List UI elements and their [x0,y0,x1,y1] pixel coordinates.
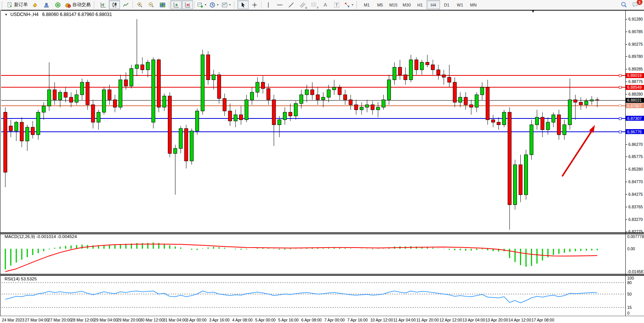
periods-button[interactable]: ▾ [208,0,220,9]
cursor-arrow-icon [240,2,246,8]
time-axis-label: 5 Apr 00:00 [255,318,276,322]
collapse-arrow-icon[interactable]: ▼ [5,13,8,16]
new-order-button[interactable]: 新订单 [5,0,29,9]
time-axis-label: 31 Mar 04:00 [163,318,187,322]
timeframe-group: M1M5M15M30H1H4D1W1MN [360,0,480,9]
zoom-out-button[interactable] [145,0,156,9]
time-axis-label: 4 Apr 08:00 [232,318,253,322]
chart-shift-button[interactable] [182,0,193,9]
search-icon [621,2,627,8]
last-bar-marker-icon[interactable]: ▼ [531,10,535,13]
fibo-sub-label: F [317,6,319,9]
time-axis-label: 11 Apr 20:00 [416,318,439,322]
time-axis-label: 29 Mar 20:00 [117,318,141,322]
zoom-in-button[interactable] [134,0,145,9]
price-tick: 6.85280 [626,167,643,171]
indicators-button[interactable]: ▾ [196,0,207,9]
toolbar-grip[interactable] [2,2,4,8]
macd-axis-label: 0.007778 [627,234,644,239]
time-axis[interactable]: 24 Mar 202327 Mar 04:0027 Mar 20:0028 Ma… [0,316,644,323]
toolbar-separator [169,1,169,8]
fibonacci-button[interactable]: F [308,0,319,9]
macd-panel-separator[interactable] [0,232,644,234]
axis-tick-mark [626,232,627,232]
price-tick-label: 6.91280 [628,17,643,21]
price-tick-label: 6.88280 [628,92,643,96]
axis-tick-mark [626,194,627,195]
timeframe-m5-button[interactable]: M5 [373,0,387,9]
main-chart-region[interactable] [1,11,625,232]
zoom-out-icon [148,2,154,8]
axis-tick-mark [626,32,627,32]
trendline-button[interactable] [285,0,296,9]
tile-windows-icon [159,2,166,8]
candlestick-chart-icon [111,2,118,8]
rsi-axis-label: 15 [627,305,632,310]
metaeditor-icon [32,2,38,8]
axis-tick-mark [626,169,627,169]
price-tick-label: 6.86270 [628,142,643,147]
line-chart-button[interactable] [120,0,131,9]
candlestick-chart-button[interactable] [109,0,120,9]
periods-clock-icon [209,2,215,8]
autoscroll-button[interactable] [171,0,182,9]
toolbar-grip[interactable] [234,2,236,8]
axis-tick-mark [626,56,627,57]
line-chart-icon [123,2,129,8]
templates-button[interactable]: ▾ [220,0,232,9]
toolbar-grip[interactable] [94,2,96,8]
toolbar-grip[interactable] [356,2,359,8]
search-button[interactable] [618,0,630,9]
time-axis-label: 29 Mar 04:00 [94,318,118,322]
horizontal-line-button[interactable] [274,0,285,9]
tile-windows-button[interactable] [157,0,168,9]
equidistant-channel-icon [299,2,306,8]
timeframe-m30-button[interactable]: M30 [400,0,413,9]
dropdown-arrow-icon: ▾ [352,3,353,6]
vertical-line-button[interactable] [263,0,274,9]
price-tick: 6.85775 [626,154,643,159]
support-price-badge: 6.87307 [626,116,644,121]
macd-indicator-label: MACD(12,26,9) -0.001014 -0.004524 [5,234,77,239]
price-tick-label: 6.90275 [628,42,643,46]
time-axis-label: 13 Apr 20:00 [486,318,509,322]
time-axis-label: 3 Apr 16:00 [209,318,230,322]
mql5-community-button[interactable] [41,0,52,9]
price-tick-label: 6.84770 [628,179,643,184]
time-axis-label: 7 Apr 00:00 [324,318,345,322]
timeframe-w1-button[interactable]: W1 [453,0,467,9]
price-tick-label: 6.83765 [628,205,643,209]
axis-tick-mark [626,69,627,69]
timeframe-d1-button[interactable]: D1 [440,0,453,9]
bar-chart-button[interactable] [97,0,108,9]
notifications-button[interactable]: 1 [630,0,641,9]
bar-chart-icon [100,2,106,8]
text-button[interactable]: A [320,0,331,9]
crosshair-icon [251,2,258,8]
timeframe-m1-button[interactable]: M1 [360,0,373,9]
timeframe-h4-button[interactable]: H4 [427,0,440,9]
price-tick: 6.90785 [626,29,643,34]
cursor-button[interactable] [238,0,249,9]
signals-button[interactable] [52,0,63,9]
rsi-axis-label: 80 [627,280,632,285]
autotrading-button[interactable]: 自动交易 [64,0,92,9]
equidistant-channel-button[interactable]: E [297,0,308,9]
text-tool-icon: A [324,2,327,8]
crosshair-button[interactable] [249,0,260,9]
arrows-button[interactable]: ▾ [343,0,354,9]
axis-tick-mark [626,19,627,19]
time-axis-label: 14 Apr 12:00 [509,318,531,322]
price-tick: 6.90275 [626,42,643,46]
zoom-in-icon [136,2,143,8]
text-label-button[interactable]: T [331,0,342,9]
current-price-price-badge: 6.88031 [626,98,644,103]
metaeditor-button[interactable] [29,0,40,9]
timeframe-m15-button[interactable]: M15 [387,0,400,9]
timeframe-h1-button[interactable]: H1 [413,0,427,9]
price-tick: 6.82775 [626,229,643,234]
timeframe-mn-button[interactable]: MN [467,0,480,9]
price-tick-label: 6.83270 [628,217,643,222]
rsi-panel-separator[interactable] [0,274,644,276]
axis-tick-mark [626,207,627,207]
